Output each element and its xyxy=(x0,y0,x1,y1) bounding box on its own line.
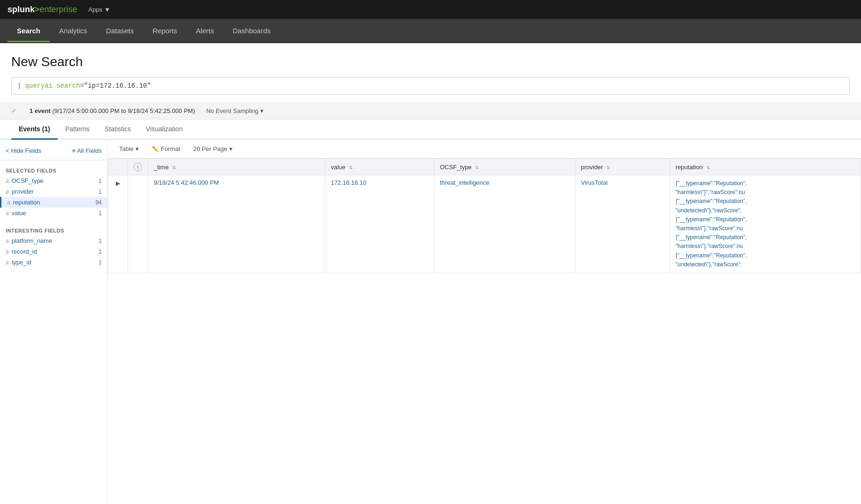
table-toolbar: Table ▾ ✏️ Format 20 Per Page ▾ xyxy=(108,140,861,158)
main-nav: Search Analytics Datasets Reports Alerts… xyxy=(0,19,861,43)
page-header: New Search | queryai search ="ip=172.16.… xyxy=(0,43,861,102)
field-type-icon: a xyxy=(6,178,9,184)
column-value-label: value xyxy=(331,164,345,171)
search-pipe: | xyxy=(17,82,21,90)
table-area: < Hide Fields ≡ All Fields SELECTED FIEL… xyxy=(0,140,861,503)
apps-button[interactable]: Apps ▼ xyxy=(85,4,114,15)
table-view-button[interactable]: Table ▾ xyxy=(115,143,143,154)
sort-icon: ⇅ xyxy=(349,165,353,170)
field-item-type-id[interactable]: a type_id 1 xyxy=(0,257,107,268)
field-type-icon: a xyxy=(6,210,9,217)
topbar: splunk>enterprise Apps ▼ xyxy=(0,0,861,19)
status-event-count: 1 event xyxy=(30,107,51,114)
field-item-ocsf-type[interactable]: a OCSF_type 1 xyxy=(0,175,107,186)
nav-item-analytics[interactable]: Analytics xyxy=(50,19,97,42)
search-value: ="ip=172.16.16.10" xyxy=(80,82,151,90)
field-count: 1 xyxy=(98,259,102,266)
field-type-icon: a xyxy=(6,259,9,266)
search-bar[interactable]: | queryai search ="ip=172.16.16.10" xyxy=(11,77,850,95)
table-label: Table xyxy=(119,145,134,152)
sampling-label: No Event Sampling xyxy=(206,107,258,114)
fields-panel: < Hide Fields ≡ All Fields SELECTED FIEL… xyxy=(0,140,108,503)
logo: splunk>enterprise xyxy=(8,5,77,15)
field-count: 1 xyxy=(98,178,102,184)
logo-arrow: > xyxy=(35,5,40,15)
time-cell: 9/18/24 5:42:46.000 PM xyxy=(148,175,325,273)
time-value[interactable]: 9/18/24 5:42:46.000 PM xyxy=(154,179,219,186)
pencil-icon: ✏️ xyxy=(152,146,159,152)
per-page-button[interactable]: 20 Per Page ▾ xyxy=(189,143,236,154)
value-cell: 172.16.16.10 xyxy=(325,175,434,273)
column-provider-label: provider xyxy=(581,164,603,171)
tab-visualization[interactable]: Visualization xyxy=(138,120,190,140)
tab-statistics[interactable]: Statistics xyxy=(97,120,138,140)
status-check-icon: ✓ xyxy=(11,107,16,114)
expand-cell: ▶ xyxy=(108,175,128,273)
table-arrow-icon: ▾ xyxy=(136,145,139,152)
field-item-record-id[interactable]: a record_id 1 xyxy=(0,246,107,257)
column-ocsf-type[interactable]: OCSF_type ⇅ xyxy=(434,159,575,175)
field-name: value xyxy=(12,210,26,217)
status-time-range: (9/17/24 5:00:00.000 PM to 9/18/24 5:42:… xyxy=(52,107,195,114)
info-icon[interactable]: i xyxy=(134,163,142,171)
tab-events[interactable]: Events (1) xyxy=(11,120,58,140)
field-count: 1 xyxy=(98,210,102,217)
column-provider[interactable]: provider ⇅ xyxy=(575,159,670,175)
apps-arrow-icon: ▼ xyxy=(104,6,110,13)
expand-row-button[interactable]: ▶ xyxy=(114,179,122,188)
per-page-label: 20 Per Page xyxy=(193,145,227,152)
search-keyword: search xyxy=(56,82,80,90)
column-time-label: _time xyxy=(154,164,169,171)
column-ocsf-type-label: OCSF_type xyxy=(440,164,472,171)
field-count: 1 xyxy=(98,188,102,195)
per-page-arrow-icon: ▾ xyxy=(229,145,233,152)
column-value[interactable]: value ⇅ xyxy=(325,159,434,175)
field-count: 1 xyxy=(98,248,102,255)
status-bar: ✓ 1 event (9/17/24 5:00:00.000 PM to 9/1… xyxy=(0,102,861,120)
column-time[interactable]: _time ⇅ xyxy=(148,159,325,175)
sort-icon: ⇅ xyxy=(172,165,176,170)
ocsf-type-value[interactable]: threat_intelligence xyxy=(440,179,490,186)
field-type-icon: a xyxy=(7,199,10,206)
field-item-platform-name[interactable]: a platform_name 1 xyxy=(0,235,107,246)
column-reputation-label: reputation xyxy=(676,164,703,171)
nav-item-dashboards[interactable]: Dashboards xyxy=(223,19,280,42)
field-item-value[interactable]: a value 1 xyxy=(0,208,107,218)
hide-fields-button[interactable]: < Hide Fields xyxy=(6,147,41,154)
nav-item-search[interactable]: Search xyxy=(8,19,50,42)
logo-splunk-text: splunk xyxy=(8,5,35,15)
result-tabs: Events (1) Patterns Statistics Visualiza… xyxy=(0,120,861,140)
tab-patterns[interactable]: Patterns xyxy=(58,120,97,140)
column-reputation[interactable]: reputation ⇅ xyxy=(670,159,861,175)
sort-icon: ⇅ xyxy=(606,165,610,170)
ocsf-type-cell: threat_intelligence xyxy=(434,175,575,273)
status-text: 1 event (9/17/24 5:00:00.000 PM to 9/18/… xyxy=(30,107,195,114)
field-name: reputation xyxy=(13,199,40,206)
field-name: record_id xyxy=(12,248,37,255)
format-button[interactable]: ✏️ Format xyxy=(148,143,184,154)
value-value[interactable]: 172.16.16.10 xyxy=(331,179,366,186)
nav-item-alerts[interactable]: Alerts xyxy=(187,19,223,42)
nav-item-reports[interactable]: Reports xyxy=(143,19,187,42)
results-panel: Table ▾ ✏️ Format 20 Per Page ▾ xyxy=(108,140,861,503)
reputation-value: {"__typename":"Reputation", "harmless\"}… xyxy=(676,179,826,269)
field-type-icon: a xyxy=(6,238,9,244)
field-name: platform_name xyxy=(12,237,53,244)
nav-item-datasets[interactable]: Datasets xyxy=(97,19,143,42)
provider-value[interactable]: VirusTotal xyxy=(581,179,608,186)
field-item-provider[interactable]: a provider 1 xyxy=(0,186,107,197)
all-fields-button[interactable]: ≡ All Fields xyxy=(72,147,102,154)
field-item-reputation[interactable]: a reputation 94 xyxy=(0,197,107,208)
interesting-fields-label: INTERESTING FIELDS xyxy=(0,224,107,235)
selected-fields-label: SELECTED FIELDS xyxy=(0,164,107,175)
main-content: New Search | queryai search ="ip=172.16.… xyxy=(0,43,861,504)
field-name: type_id xyxy=(12,259,31,266)
format-label: Format xyxy=(161,145,180,152)
sampling-arrow-icon: ▾ xyxy=(260,107,264,114)
sampling-button[interactable]: No Event Sampling ▾ xyxy=(206,107,264,114)
provider-cell: VirusTotal xyxy=(575,175,670,273)
field-type-icon: a xyxy=(6,188,9,195)
results-table: i _time ⇅ value ⇅ OCSF_type ⇅ xyxy=(108,158,861,273)
search-command: queryai xyxy=(25,82,53,90)
column-info: i xyxy=(128,159,148,175)
